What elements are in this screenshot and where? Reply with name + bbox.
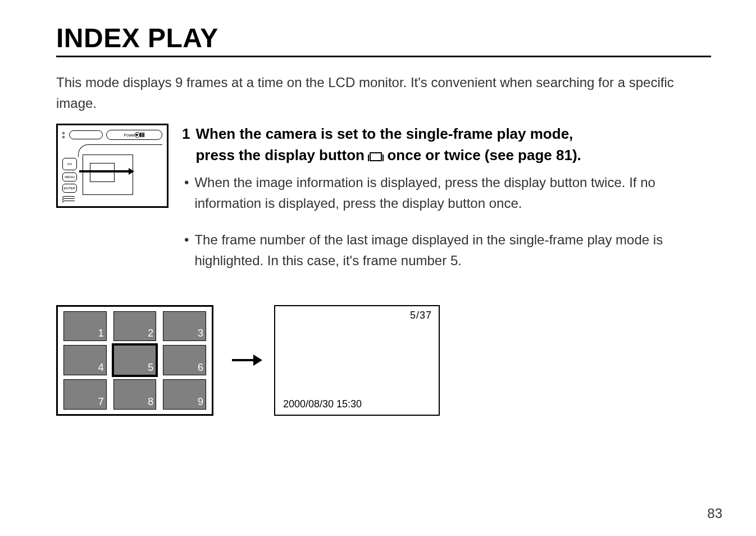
lcd-inner	[90, 163, 115, 182]
step-row: Power IOI MENU ENTER 1	[56, 124, 711, 271]
grip-lines	[62, 196, 75, 203]
bullet-2-text: The frame number of the last image displ…	[194, 229, 711, 271]
step-heading: 1 When the camera is set to the single-f…	[182, 124, 711, 166]
top-capsule	[69, 130, 103, 139]
bullet-1-text: When the image information is displayed,…	[194, 172, 711, 214]
page-title: INDEX PLAY	[56, 22, 711, 53]
single-frame-box: 5/37 2000/08/30 15:30	[274, 305, 440, 416]
display-button-icon: IOI	[62, 158, 77, 170]
thumb-2: 2	[113, 311, 157, 342]
step-number: 1	[182, 124, 190, 145]
step-line-1: When the camera is set to the single-fra…	[195, 124, 711, 145]
page-number: 83	[707, 506, 722, 521]
play-icon	[136, 133, 139, 137]
step-line-2a: press the display button	[195, 147, 365, 163]
power-label: Power	[124, 133, 135, 137]
lcd-outline	[83, 155, 133, 195]
display-button-glyph-icon	[370, 152, 382, 161]
step-line-2: press the display button once or twice (…	[195, 145, 711, 166]
power-switch: Power	[106, 130, 162, 140]
pointer-arrow-icon	[79, 170, 131, 172]
bullet-1: • When the image information is displaye…	[182, 172, 711, 214]
frame-counter: 5/37	[410, 310, 432, 321]
thumb-5: 5	[113, 345, 157, 375]
bullet-dot-icon: •	[184, 172, 189, 214]
thumb-4: 4	[63, 345, 107, 375]
title-rule	[56, 56, 711, 57]
bars-icon	[140, 133, 144, 137]
diagram-row: 123456789 5/37 2000/08/30 15:30	[56, 305, 711, 416]
thumb-9: 9	[163, 379, 206, 410]
bullet-2: • The frame number of the last image dis…	[182, 229, 711, 271]
intro-text: This mode displays 9 frames at a time on…	[56, 72, 711, 113]
thumb-3: 3	[163, 311, 206, 342]
step-block: 1 When the camera is set to the single-f…	[182, 124, 711, 271]
thumb-6: 6	[163, 345, 206, 375]
menu-button-icon: MENU	[62, 172, 77, 181]
step-line-2b: once or twice (see page 81).	[387, 147, 581, 163]
enter-button-icon: ENTER	[62, 184, 77, 193]
thumb-1: 1	[63, 311, 107, 342]
indicator-dots	[62, 132, 66, 138]
bullet-dot-icon: •	[184, 229, 189, 271]
index-grid: 123456789	[56, 305, 213, 416]
thumb-7: 7	[63, 379, 107, 410]
transition-arrow-icon	[229, 359, 258, 361]
thumb-8: 8	[113, 379, 157, 410]
camera-diagram: Power IOI MENU ENTER	[56, 124, 168, 208]
frame-timestamp: 2000/08/30 15:30	[283, 398, 362, 410]
